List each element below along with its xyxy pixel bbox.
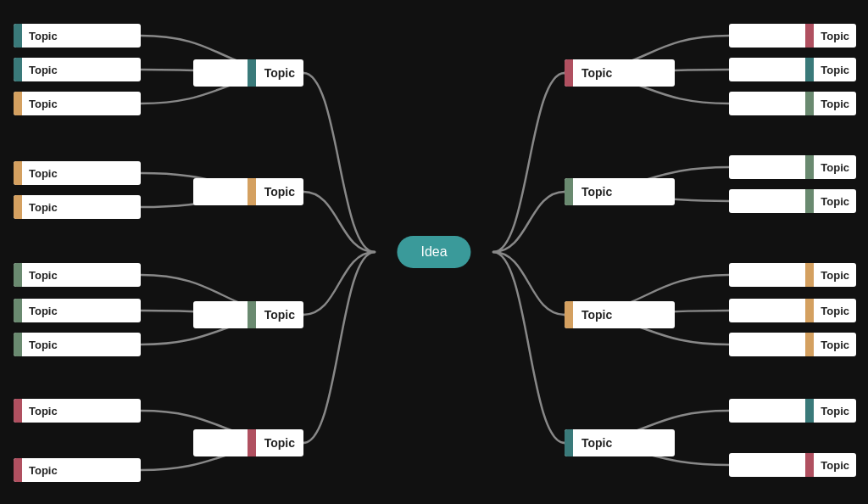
mid-topic-box[interactable]: Topic [565, 429, 675, 456]
leaf-topic-box[interactable]: Topic [729, 263, 856, 287]
leaf-topic-box[interactable]: Topic [14, 195, 141, 219]
leaf-topic-box[interactable]: Topic [729, 399, 856, 423]
leaf-topic-box[interactable]: Topic [14, 161, 141, 185]
mid-topic-box[interactable]: Topic [565, 59, 675, 87]
mid-topic-box[interactable]: Topic [565, 301, 675, 328]
leaf-topic-box[interactable]: Topic [729, 58, 856, 81]
leaf-topic-box[interactable]: Topic [14, 299, 141, 322]
leaf-topic-box[interactable]: Topic [729, 453, 856, 477]
mid-topic-box[interactable]: Topic [193, 429, 303, 456]
center-node[interactable]: Idea [397, 236, 470, 268]
leaf-topic-box[interactable]: Topic [14, 58, 141, 81]
mid-topic-box[interactable]: Topic [193, 178, 303, 205]
leaf-topic-box[interactable]: Topic [729, 24, 856, 48]
center-label: Idea [420, 244, 447, 259]
leaf-topic-box[interactable]: Topic [729, 92, 856, 115]
mid-topic-box[interactable]: Topic [193, 59, 303, 87]
leaf-topic-box[interactable]: Topic [14, 24, 141, 48]
leaf-topic-box[interactable]: Topic [14, 92, 141, 115]
leaf-topic-box[interactable]: Topic [729, 189, 856, 213]
leaf-topic-box[interactable]: Topic [14, 333, 141, 356]
leaf-topic-box[interactable]: Topic [14, 399, 141, 423]
leaf-topic-box[interactable]: Topic [14, 263, 141, 287]
leaf-topic-box[interactable]: Topic [14, 458, 141, 482]
leaf-topic-box[interactable]: Topic [729, 333, 856, 356]
leaf-topic-box[interactable]: Topic [729, 155, 856, 179]
mid-topic-box[interactable]: Topic [565, 178, 675, 205]
leaf-topic-box[interactable]: Topic [729, 299, 856, 322]
mid-topic-box[interactable]: Topic [193, 301, 303, 328]
